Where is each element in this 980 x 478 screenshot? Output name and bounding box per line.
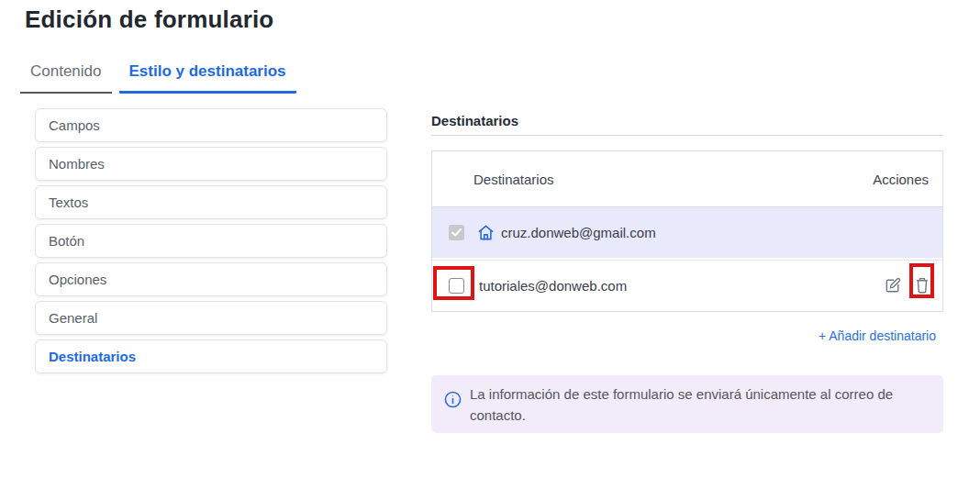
table-header-row: Destinatarios Acciones xyxy=(432,151,942,206)
settings-accordion: Campos Nombres Textos Botón Opciones Gen… xyxy=(35,108,387,378)
sidebar-item-opciones[interactable]: Opciones xyxy=(35,262,387,296)
delete-recipient-button[interactable] xyxy=(914,276,930,295)
sidebar-item-general[interactable]: General xyxy=(35,301,387,335)
sidebar-item-label: Botón xyxy=(49,233,84,249)
recipient-email: cruz.donweb@gmail.com xyxy=(501,225,656,240)
info-message: La información de este formulario se env… xyxy=(470,384,921,426)
sidebar-item-nombres[interactable]: Nombres xyxy=(35,147,387,181)
recipient-checkbox-unchecked[interactable] xyxy=(449,278,464,294)
sidebar-item-label: Destinatarios xyxy=(49,349,136,364)
sidebar-item-label: Nombres xyxy=(49,156,105,172)
recipient-email: tutoriales@donweb.com xyxy=(479,278,627,294)
tab-contenido[interactable]: Contenido xyxy=(20,61,112,94)
table-row: tutoriales@donweb.com xyxy=(432,258,942,311)
tab-estilo-y-destinatarios[interactable]: Estilo y destinatarios xyxy=(119,61,296,94)
recipients-section-title: Destinatarios xyxy=(431,113,943,128)
check-icon xyxy=(451,228,462,237)
sidebar-item-label: Campos xyxy=(49,117,100,133)
sidebar-item-label: Opciones xyxy=(49,272,106,287)
recipients-table: Destinatarios Acciones cruz.donweb@gmail… xyxy=(431,150,943,312)
sidebar-item-campos[interactable]: Campos xyxy=(35,108,387,142)
recipients-panel: Destinatarios Destinatarios Acciones cru… xyxy=(431,108,943,312)
edit-icon xyxy=(884,276,902,295)
edit-recipient-button[interactable] xyxy=(884,276,902,295)
table-row: cruz.donweb@gmail.com xyxy=(432,206,942,258)
column-header-recipients: Destinatarios xyxy=(432,172,554,187)
sidebar-item-destinatarios[interactable]: Destinatarios xyxy=(35,339,387,373)
page-title: Edición de formulario xyxy=(25,6,273,34)
sidebar-item-textos[interactable]: Textos xyxy=(35,185,387,219)
section-divider xyxy=(431,135,943,136)
add-recipient-link[interactable]: + Añadir destinatario xyxy=(819,328,936,343)
trash-icon xyxy=(914,276,930,295)
info-icon xyxy=(443,390,462,409)
sidebar-item-boton[interactable]: Botón xyxy=(35,224,387,258)
sidebar-item-label: Textos xyxy=(49,195,88,210)
recipient-checkbox-checked xyxy=(449,225,464,240)
row-actions xyxy=(884,276,942,295)
sidebar-item-label: General xyxy=(49,310,97,326)
tab-bar: Contenido Estilo y destinatarios xyxy=(20,61,296,94)
column-header-actions: Acciones xyxy=(873,172,942,187)
home-icon xyxy=(477,224,495,241)
info-banner: La información de este formulario se env… xyxy=(431,375,943,433)
